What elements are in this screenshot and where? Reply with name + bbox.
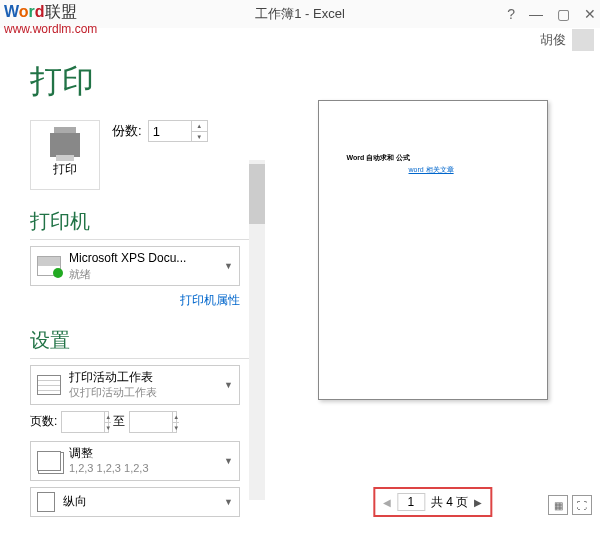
pages-to-spinner[interactable]: ▲▼	[129, 411, 177, 433]
pages-to-label: 至	[113, 413, 125, 430]
current-page-input[interactable]	[397, 493, 425, 511]
collate-dropdown[interactable]: 调整 1,2,3 1,2,3 1,2,3 ▼	[30, 441, 240, 481]
pages-label: 页数:	[30, 413, 57, 430]
page-title: 打印	[30, 60, 265, 104]
printer-device-icon	[37, 256, 61, 276]
next-page-button[interactable]: ▶	[474, 497, 482, 508]
show-margins-button[interactable]: ▦	[548, 495, 568, 515]
copies-up[interactable]: ▲	[192, 121, 207, 132]
printer-heading: 打印机	[30, 208, 90, 235]
minimize-button[interactable]: —	[529, 6, 543, 22]
settings-heading: 设置	[30, 327, 70, 354]
copies-input[interactable]	[149, 121, 191, 141]
chevron-down-icon: ▼	[224, 497, 233, 507]
print-preview: Word 自动求和 公式 word 相关文章	[318, 100, 548, 400]
orientation-dropdown[interactable]: 纵向 ▼	[30, 487, 240, 517]
pages-from-input[interactable]	[62, 412, 104, 432]
printer-dropdown[interactable]: Microsoft XPS Docu... 就绪 ▼	[30, 246, 240, 286]
scrollbar-thumb[interactable]	[249, 164, 265, 224]
chevron-down-icon: ▼	[224, 456, 233, 466]
prev-page-button[interactable]: ◀	[383, 497, 391, 508]
printer-status: 就绪	[69, 267, 216, 281]
collate-icon	[37, 451, 61, 471]
copies-down[interactable]: ▼	[192, 132, 207, 142]
zoom-to-page-button[interactable]: ⛶	[572, 495, 592, 515]
print-scope-dropdown[interactable]: 打印活动工作表 仅打印活动工作表 ▼	[30, 365, 240, 405]
watermark-url: www.wordlm.com	[4, 22, 97, 36]
preview-content-2: word 相关文章	[409, 165, 454, 175]
pages-from-spinner[interactable]: ▲▼	[61, 411, 109, 433]
printer-name: Microsoft XPS Docu...	[69, 251, 216, 267]
avatar[interactable]	[572, 29, 594, 51]
pages-to-input[interactable]	[130, 412, 172, 432]
page-total-label: 共 4 页	[431, 494, 468, 511]
close-button[interactable]: ✕	[584, 6, 596, 22]
print-button[interactable]: 打印	[30, 120, 100, 190]
printer-icon	[50, 133, 80, 157]
left-scrollbar[interactable]	[249, 160, 265, 500]
page-navigator: ◀ 共 4 页 ▶	[373, 487, 492, 517]
maximize-button[interactable]: ▢	[557, 6, 570, 22]
sheet-icon	[37, 375, 61, 395]
printer-properties-link[interactable]: 打印机属性	[30, 292, 240, 309]
window-title: 工作簿1 - Excel	[255, 5, 345, 23]
copies-label: 份数:	[112, 122, 142, 140]
preview-content-1: Word 自动求和 公式	[347, 153, 411, 163]
portrait-icon	[37, 492, 55, 512]
copies-spinner[interactable]: ▲▼	[148, 120, 208, 142]
user-name[interactable]: 胡俊	[540, 31, 566, 49]
chevron-down-icon: ▼	[224, 261, 233, 271]
help-button[interactable]: ?	[507, 6, 515, 22]
watermark-logo: Word联盟	[4, 2, 77, 23]
chevron-down-icon: ▼	[224, 380, 233, 390]
